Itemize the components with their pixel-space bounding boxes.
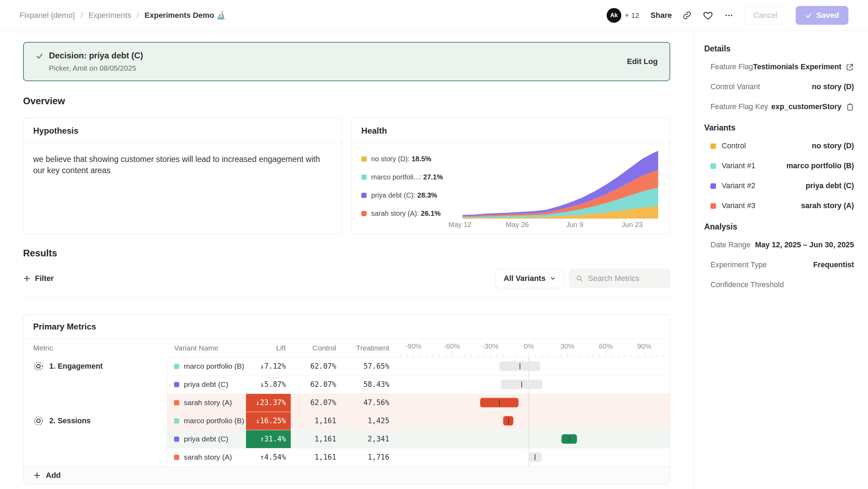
variant-color-chip xyxy=(174,364,179,369)
ci-axis-tick xyxy=(446,354,446,357)
more-options-icon[interactable] xyxy=(723,9,735,21)
details-row-control-variant: Control Variantno story (D) xyxy=(704,77,854,97)
all-variants-dropdown[interactable]: All Variants xyxy=(496,269,564,288)
variants-heading: Variants xyxy=(704,123,854,133)
health-legend-item: priya debt (C): 28.3% xyxy=(361,191,456,199)
ci-axis-label: 60% xyxy=(599,342,613,350)
ci-axis-label: -60% xyxy=(444,342,460,350)
ci-mean-tick xyxy=(521,382,522,388)
column-header-lift: Lift xyxy=(246,344,291,352)
metric-cell: 2. Sessions xyxy=(23,412,167,430)
metric-label: 1. Engagement xyxy=(49,362,103,371)
main-content: Decision: priya debt (C) Picker, Amit on… xyxy=(0,31,693,489)
detail-label: Feature Flag Key xyxy=(710,102,768,111)
copy-icon[interactable] xyxy=(846,103,854,111)
metric-table-row: 1. Engagementmarco portfolio (B)↓7.12%62… xyxy=(23,357,670,375)
ci-axis-tick xyxy=(644,353,645,357)
legend-color-chip xyxy=(361,156,367,162)
lift-cell: ↑4.54% xyxy=(246,448,291,466)
ci-axis-tick xyxy=(484,354,484,357)
variant-color-chip xyxy=(174,400,179,405)
metric-table-row: sarah story (A)↓23.37%62.07%47.56% xyxy=(23,394,670,412)
decision-subtitle: Picker, Amit on 08/05/2025 xyxy=(49,64,143,72)
ci-axis-tick xyxy=(516,354,516,357)
ci-axis-label: 0% xyxy=(524,342,534,350)
top-actions: Ak + 12 Share Cancel Saved xyxy=(607,6,848,25)
hypothesis-title: Hypothesis xyxy=(23,118,342,143)
table-header-row: MetricVariant NameLiftControlTreatment-9… xyxy=(23,339,670,357)
variant-value: marco portfolio (B) xyxy=(787,162,854,170)
ci-axis-tick xyxy=(458,354,459,357)
zero-baseline xyxy=(529,430,529,448)
avatar-more-count[interactable]: + 12 xyxy=(625,11,639,20)
analysis-heading: Analysis xyxy=(704,222,854,232)
control-cell: 62.07% xyxy=(291,394,341,412)
add-metric-button[interactable]: Add xyxy=(23,466,670,484)
link-icon[interactable] xyxy=(681,9,693,21)
ci-axis-tick xyxy=(433,354,433,357)
avatar[interactable]: Ak xyxy=(607,8,621,23)
treatment-cell: 2,341 xyxy=(341,430,394,448)
search-metrics-box[interactable] xyxy=(569,269,670,288)
metric-table-row: priya debt (C)↓5.87%62.07%58.43% xyxy=(23,375,670,394)
control-cell: 1,161 xyxy=(291,448,341,466)
hypothesis-body: we believe that showing customer stories… xyxy=(23,143,342,186)
saved-button[interactable]: Saved xyxy=(796,6,848,25)
detail-label: Control Variant xyxy=(710,83,760,91)
treatment-cell: 1,716 xyxy=(341,448,394,466)
favorite-heart-icon[interactable] xyxy=(702,9,714,21)
variant-name: sarah story (A) xyxy=(184,453,232,461)
add-filter-button[interactable]: Filter xyxy=(23,274,54,283)
legend-color-chip xyxy=(361,211,367,216)
metric-cell xyxy=(23,394,167,412)
detail-label: Feature Flag xyxy=(710,63,753,71)
ci-axis-tick xyxy=(542,354,542,357)
zero-baseline xyxy=(529,412,529,430)
filter-label: Filter xyxy=(35,274,54,283)
analysis-label: Experiment Type xyxy=(710,261,767,269)
variant-name: marco portfolio (B) xyxy=(184,362,244,370)
lift-cell: ↓7.12% xyxy=(246,357,291,375)
variant-name-cell: priya debt (C) xyxy=(167,375,246,394)
ci-axis-tick xyxy=(593,354,593,357)
ci-axis-tick xyxy=(452,353,452,357)
treatment-cell: 58.43% xyxy=(341,375,394,394)
share-button[interactable]: Share xyxy=(651,11,672,20)
edit-log-button[interactable]: Edit Log xyxy=(627,57,658,66)
chevron-down-icon xyxy=(550,275,556,282)
variant-value: sarah story (A) xyxy=(801,201,854,210)
analysis-value: Frequentist xyxy=(813,261,854,269)
confidence-interval-cell xyxy=(394,375,670,394)
analysis-label: Confidence Threshold xyxy=(710,281,784,289)
control-cell: 62.07% xyxy=(291,375,341,394)
external-link-icon[interactable] xyxy=(846,63,854,71)
confidence-interval-cell xyxy=(394,412,670,430)
health-chart: May 12May 26Jun 9Jun 23 xyxy=(456,143,670,234)
metric-cell xyxy=(23,448,167,466)
metric-label: 2. Sessions xyxy=(49,417,91,425)
analysis-row-date-range: Date RangeMay 12, 2025 – Jun 30, 2025 xyxy=(704,235,854,255)
variant-color-chip xyxy=(174,418,179,424)
results-divider xyxy=(23,297,670,298)
breadcrumb-experiments[interactable]: Experiments xyxy=(88,11,131,20)
column-header-treatment: Treatment xyxy=(341,344,394,352)
variant-label: Variant #2 xyxy=(722,182,755,190)
legend-color-chip xyxy=(361,193,367,198)
breadcrumb-project[interactable]: Fixpanel {demo} xyxy=(20,11,75,20)
search-metrics-input[interactable] xyxy=(588,274,663,283)
health-legend: no story (D): 18.5%marco portfoli...: 27… xyxy=(352,143,456,234)
detail-value: exp_customerStory xyxy=(771,102,841,111)
metric-table-row: 2. Sessionsmarco portfolio (B)↓16.25%1,1… xyxy=(23,412,670,430)
metric-name: 2. Sessions xyxy=(23,412,167,430)
legend-color-chip xyxy=(361,175,367,180)
primary-metrics-title: Primary Metrics xyxy=(23,315,670,339)
breadcrumb-separator: / xyxy=(137,11,139,20)
ci-axis-label: 30% xyxy=(560,342,574,350)
cancel-button[interactable]: Cancel xyxy=(744,6,787,25)
breadcrumb-current: Experiments Demo 🔬 xyxy=(145,11,226,20)
metric-cell: 1. Engagement xyxy=(23,357,167,375)
variant-color-chip xyxy=(710,183,716,189)
ci-axis-tick xyxy=(625,354,625,357)
top-bar: Fixpanel {demo} / Experiments / Experime… xyxy=(0,0,868,31)
ci-axis-tick xyxy=(407,354,407,357)
